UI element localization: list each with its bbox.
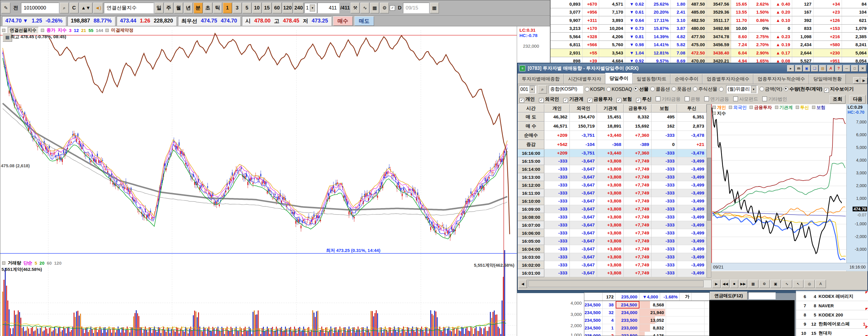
table-row[interactable]: 16:04:00-333-3,647+3,808+7,749-333-3,499 [518, 245, 707, 253]
check-financial[interactable]: ✓금융투자 [588, 96, 613, 103]
table-row[interactable]: 3,213+17010,204▼ 0.7315.87%3.87480.00349… [551, 25, 868, 33]
d-checkbox[interactable]: ✓ [390, 5, 395, 11]
radio-kospi[interactable]: KOSPI [585, 87, 605, 92]
radio-call-option[interactable]: 콜옵션 [650, 86, 670, 92]
check-private-fund[interactable]: 사모펀드 [733, 96, 758, 102]
search-icon[interactable]: ⌕ [538, 85, 547, 94]
table-row[interactable]: 234,50038234,5008,568 [584, 301, 709, 309]
help-icon[interactable]: ? [835, 65, 842, 72]
tab-netbuy-trend[interactable]: 순매수추이 [671, 74, 703, 84]
table-row[interactable]: 2,931+553,543▼ 1.0412.81%7.08472.503438.… [551, 49, 868, 57]
count-combo[interactable]: 1▼ [304, 3, 317, 13]
pension-sell-button[interactable]: 연금매도(F12) [710, 292, 747, 300]
table-row[interactable]: 16:10:00-333-3,647+3,808+7,749-333-3,499 [518, 197, 707, 205]
table-row[interactable]: 16:12:00-333-3,647+3,808+7,749-333-3,499 [518, 181, 707, 189]
tab-left-icon[interactable]: ◀ [853, 77, 860, 84]
speaker-icon[interactable]: ◄) [93, 3, 103, 13]
tool-icon[interactable]: ⚒ [351, 3, 360, 13]
save-icon[interactable]: ▦ [370, 3, 379, 13]
check-bank[interactable]: 은행 [685, 96, 700, 102]
table-row[interactable]: 235,0002232,5004,176 [584, 332, 709, 336]
window-titlebar[interactable]: ≡ [0783] 투자자별 매매동향 - 투자자별당일추이 (KRX) ▸ m … [518, 63, 867, 73]
period-second-button[interactable]: 초 [204, 3, 212, 13]
list-window-icon[interactable]: ▤ [819, 65, 826, 72]
radio-weekly[interactable] [719, 87, 723, 92]
table-row[interactable]: 78NAVER [796, 301, 868, 310]
interval-120-button[interactable]: 120 [282, 3, 292, 13]
play-icon[interactable]: ▸ [787, 65, 794, 72]
search-icon[interactable]: ⌕ [60, 3, 69, 13]
m-icon[interactable]: m [795, 65, 802, 72]
interval-1-button[interactable]: 1 [223, 3, 232, 13]
radio-amount[interactable]: 금액(억) [760, 86, 782, 92]
check-other-financial[interactable]: 기타금융 [656, 96, 681, 102]
show-index-checkbox[interactable]: ✓지수보이기 [824, 86, 854, 93]
gear-icon[interactable]: ⚙ [759, 280, 770, 288]
weekly-combo[interactable]: (월)위클리▼ [726, 85, 758, 94]
check-institution[interactable]: ✓기관계 [563, 96, 583, 103]
c-button[interactable]: C [70, 3, 79, 13]
legend-checkbox-icon[interactable] [41, 29, 44, 32]
grid-icon[interactable]: ▦ [748, 280, 758, 288]
period-year-button[interactable]: 년 [184, 3, 193, 13]
buy-button[interactable]: 매수 [333, 16, 353, 26]
period-tick-button[interactable]: 틱 [213, 3, 222, 13]
close-icon[interactable]: ✕ [859, 65, 866, 72]
table-row[interactable]: 234,50032234,00021,940 [584, 309, 709, 316]
interval-5-button[interactable]: 5 [243, 3, 251, 13]
tab-daily-chart[interactable]: 일별동향/차트 [632, 74, 671, 84]
query-button[interactable]: 조회 [830, 95, 845, 104]
fast-forward-icon[interactable]: ▶▶ [739, 280, 747, 288]
table-row[interactable]: 5,564+3284,206▼ 0.8114.39%4.82477.503474… [551, 33, 868, 41]
table-row[interactable]: 234,5004233,50013,052 [584, 316, 709, 324]
period-week-button[interactable]: 주 [164, 3, 173, 13]
market-code-combo[interactable]: 001▼ [519, 85, 536, 94]
radio-quantity[interactable]: 수량(천주/계약) [784, 86, 822, 92]
table-row[interactable]: 16:02:00-333-3,647+3,808+7,749-333-3,499 [518, 261, 707, 269]
table-row[interactable]: 9,907+3113,893▼ 0.6417.11%3.10482.503511… [551, 16, 868, 25]
table-row[interactable]: 6,811+5665,760▼ 0.9814.41%5.82475.003456… [551, 41, 868, 49]
minimize-icon[interactable]: ─ [843, 65, 850, 72]
maximize-icon[interactable]: □ [851, 65, 858, 72]
stop-icon[interactable]: ■ [730, 280, 738, 288]
table-row[interactable]: 16:14:00-333-3,647+3,808+7,749-333-3,499 [518, 165, 707, 173]
zoom-icon[interactable]: ◎ [804, 280, 815, 288]
tab-investor-summary[interactable]: 투자자별매매종합 [518, 74, 564, 84]
play-icon[interactable]: ▶ [712, 280, 720, 288]
table-row[interactable]: 16:08:00-333-3,647+3,808+7,749-333-3,499 [518, 213, 707, 221]
interval-10-button[interactable]: 10 [252, 3, 261, 13]
table-row[interactable]: 16:11:00-333-3,647+3,808+7,749-333-3,499 [518, 189, 707, 197]
check-foreign[interactable]: ✓외국인 [539, 96, 559, 103]
sell-button[interactable]: 매도 [354, 16, 374, 26]
tile-window-icon[interactable]: ▣ [803, 65, 810, 72]
legend-checkbox-icon[interactable] [105, 29, 109, 32]
radio-put-option[interactable]: 풋옵션 [672, 86, 691, 92]
memo-icon[interactable]: ✎ [1, 3, 10, 13]
table-scrollbar[interactable] [707, 104, 711, 278]
check-other-corp[interactable]: 기타법인 [762, 96, 787, 102]
table-row[interactable]: 85KODEX 200 [796, 310, 868, 320]
scroll-left-icon[interactable]: ◀ [519, 280, 527, 288]
table-row[interactable]: 16:01:00-333-3,647+3,808+7,749-333-3,499 [518, 269, 707, 277]
scroll-track[interactable] [527, 280, 712, 288]
scroll-thumb[interactable] [528, 280, 704, 287]
tab-right-icon[interactable]: ▶ [860, 77, 867, 84]
rewind-icon[interactable]: ◀◀ [721, 280, 730, 288]
table-row[interactable]: 912한화에어로스페1, [796, 320, 868, 329]
table-row[interactable]: 16:03:00-333-3,647+3,808+7,749-333-3,499 [518, 253, 707, 261]
table-row[interactable]: 16:15:00-333-3,647+3,808+7,749-333-3,499 [518, 157, 707, 165]
interval-60-button[interactable]: 60 [273, 3, 282, 13]
wave-chart-icon[interactable]: ∿ [781, 280, 792, 288]
table-row[interactable]: 3,077+9567,170▼ 0.6120.20%2.41485.003529… [551, 8, 868, 16]
tab-daily-trend[interactable]: 당일추이 [605, 73, 632, 84]
check-individual[interactable]: ✓개인 [520, 96, 535, 103]
calendar-icon[interactable]: ▦ [430, 3, 439, 13]
spinner-stepper[interactable]: ▲▼ [80, 3, 92, 13]
copy-window-icon[interactable]: ❏ [811, 65, 818, 72]
chevron-down-icon[interactable]: ▼ [751, 86, 756, 93]
chevron-down-icon[interactable]: ▼ [310, 4, 315, 11]
tab-sector-investor[interactable]: 업종별투자자순매수 [703, 74, 753, 84]
legend-checkbox-icon[interactable] [2, 29, 5, 32]
tab-daily-trading[interactable]: 당일매매현황 [809, 74, 846, 84]
table-row[interactable]: 234,5001233,0008,832 [584, 324, 709, 332]
